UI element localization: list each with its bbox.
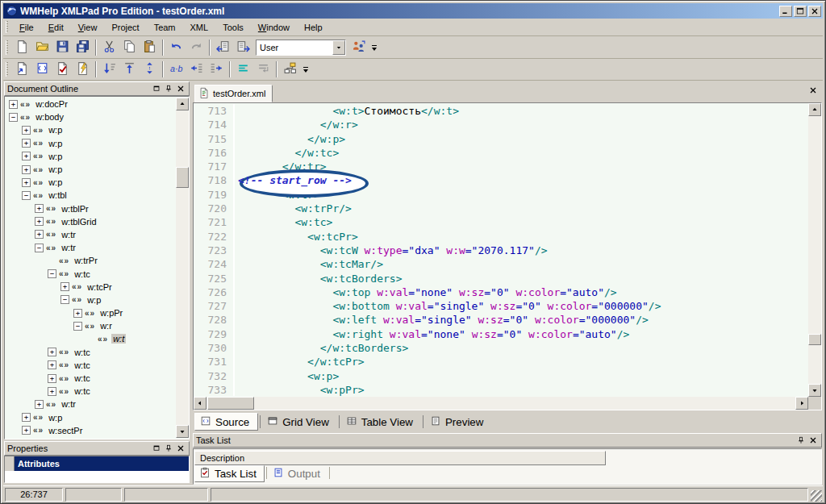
tree-node-label[interactable]: w:trPr — [73, 256, 99, 265]
tree-node-w-t[interactable]: «»w:t — [6, 332, 175, 345]
description-column-header[interactable]: Description — [194, 451, 606, 465]
editor-vertical-scrollbar[interactable] — [808, 103, 821, 397]
scroll-left-button[interactable] — [194, 397, 206, 410]
properties-float-button[interactable] — [151, 444, 162, 454]
expand-icon[interactable]: + — [35, 217, 44, 226]
code-line-732[interactable]: 732 <w:p> — [194, 369, 807, 383]
code-line-727[interactable]: 727 <w:bottom w:val="single" w:sz="0" w:… — [194, 299, 807, 313]
sort-descending-button[interactable] — [100, 60, 119, 78]
toolbar2-grip[interactable] — [6, 62, 8, 77]
word-wrap-button[interactable] — [254, 60, 273, 78]
cut-button[interactable] — [100, 39, 119, 56]
properties-pin-button[interactable] — [163, 444, 174, 454]
code-line-728[interactable]: 728 <w:left w:val="single" w:sz="0" w:co… — [194, 313, 807, 327]
code-line-718[interactable]: 718<!-- start_row --> — [194, 173, 807, 187]
toolbar-options-button[interactable] — [301, 60, 311, 78]
bottom-tab-task-list[interactable]: Task List — [194, 465, 265, 482]
tree-node-w-p[interactable]: −«»w:p — [6, 294, 175, 306]
tree-node-w-p[interactable]: +«»w:p — [6, 176, 175, 189]
tree-node-label[interactable]: w:tr — [60, 243, 77, 252]
view-tab-table-view[interactable]: Table View — [341, 413, 421, 431]
tree-node-label[interactable]: w:tc — [73, 373, 92, 383]
expand-icon[interactable]: + — [22, 426, 31, 435]
bottom-tab-output[interactable]: Output — [269, 465, 327, 482]
tasklist-pin-button[interactable] — [795, 435, 807, 446]
properties-attributes-row[interactable]: Attributes — [15, 456, 189, 471]
quick-validate-button[interactable] — [73, 60, 92, 78]
editor-horizontal-scrollbar[interactable] — [194, 397, 808, 410]
tree-node-w-p[interactable]: +«»w:p — [6, 163, 175, 176]
code-line-726[interactable]: 726 <w:top w:val="none" w:sz="0" w:color… — [194, 285, 807, 299]
app-icon[interactable] — [6, 5, 18, 17]
menu-edit[interactable]: Edit — [41, 20, 71, 35]
collapse-icon[interactable]: − — [48, 269, 56, 278]
menu-tools[interactable]: Tools — [215, 20, 251, 35]
tree-node-w-p[interactable]: +«»w:p — [6, 137, 175, 150]
tree-node-w-p[interactable]: +«»w:p — [6, 150, 175, 163]
dropdown-arrow-icon[interactable] — [332, 40, 345, 55]
tree-node-label[interactable]: w:p — [47, 139, 64, 148]
tree-node-label[interactable]: w:p — [47, 413, 64, 423]
save-all-button[interactable] — [73, 39, 92, 56]
code-line-714[interactable]: 714 </w:r> — [194, 118, 807, 131]
find-replace-button[interactable]: a·b — [167, 60, 186, 78]
collapse-icon[interactable]: − — [73, 322, 82, 331]
copy-button[interactable] — [120, 39, 139, 56]
undo-button[interactable] — [167, 39, 186, 56]
code-line-723[interactable]: 723 <w:tcW w:type="dxa" w:w="2070.117"/> — [194, 244, 807, 257]
code-line-720[interactable]: 720 <w:trPr/> — [194, 202, 807, 215]
switch-user-button[interactable] — [349, 39, 368, 56]
editor-hscroll-thumb[interactable] — [207, 397, 254, 410]
schema-browser-button[interactable] — [281, 60, 299, 78]
tree-node-label[interactable]: w:p — [47, 125, 64, 135]
outline-scrollbar[interactable] — [176, 98, 189, 438]
tree-node-label[interactable]: w:r — [98, 321, 114, 331]
move-to-top-button[interactable] — [120, 60, 139, 78]
scroll-up-button[interactable] — [176, 98, 189, 110]
expand-icon[interactable]: + — [35, 400, 44, 409]
tree-node-w-p[interactable]: +«»w:p — [6, 411, 175, 424]
tree-node-label[interactable]: w:p — [47, 152, 64, 161]
collapse-icon[interactable]: − — [60, 295, 69, 304]
tree-node-w-r[interactable]: −«»w:r — [6, 319, 175, 332]
import-document-button[interactable] — [214, 39, 232, 56]
new-document-button[interactable] — [13, 39, 31, 56]
menu-window[interactable]: Window — [251, 20, 297, 35]
menu-file[interactable]: File — [12, 20, 41, 35]
editor-vscroll-thumb[interactable] — [808, 334, 821, 345]
menu-help[interactable]: Help — [297, 20, 330, 35]
outline-float-button[interactable] — [151, 84, 162, 94]
export-document-button[interactable] — [234, 39, 252, 56]
decrease-indent-button[interactable] — [187, 60, 206, 78]
tree-node-w-tc[interactable]: +«»w:tc — [6, 359, 175, 372]
tree-node-w-tcPr[interactable]: +«»w:tcPr — [6, 281, 175, 294]
document-tab[interactable]: testOrder.xml — [194, 85, 273, 102]
outline-pin-button[interactable] — [163, 84, 174, 94]
tree-node-w-tr[interactable]: +«»w:tr — [6, 228, 175, 241]
expand-icon[interactable]: + — [48, 348, 56, 356]
tree-node-label[interactable]: w:tc — [73, 348, 92, 357]
expand-icon[interactable]: + — [48, 360, 56, 369]
expand-icon[interactable]: + — [22, 152, 31, 160]
menu-view[interactable]: View — [71, 20, 105, 35]
collapse-icon[interactable]: − — [9, 113, 18, 122]
tree-node-w-tr[interactable]: +«»w:tr — [6, 398, 175, 410]
menu-project[interactable]: Project — [104, 20, 146, 35]
code-line-729[interactable]: 729 <w:right w:val="none" w:sz="0" w:col… — [194, 327, 807, 341]
outline-close-button[interactable] — [175, 84, 186, 94]
code-line-721[interactable]: 721 <w:tc> — [194, 215, 807, 229]
tree-node-label[interactable]: w:tbl — [47, 190, 69, 200]
tree-node-label[interactable]: w:tc — [73, 269, 92, 279]
tree-node-w-tc[interactable]: −«»w:tc — [6, 267, 175, 280]
tree-node-label[interactable]: w:sectPr — [47, 426, 84, 435]
code-line-725[interactable]: 725 <w:tcBorders> — [194, 272, 807, 285]
tree-node-w-p[interactable]: +«»w:p — [6, 123, 175, 136]
tree-node-w-trPr[interactable]: «»w:trPr — [6, 254, 175, 267]
tree-node-w-sectPr[interactable]: +«»w:sectPr — [6, 424, 175, 437]
expand-icon[interactable]: + — [22, 126, 31, 135]
toolbar-options-button[interactable] — [369, 39, 379, 56]
minimize-button[interactable] — [779, 6, 792, 17]
code-line-724[interactable]: 724 <w:tcMar/> — [194, 257, 807, 271]
tree-node-w-tc[interactable]: +«»w:tc — [6, 385, 175, 398]
align-elements-button[interactable] — [234, 60, 252, 78]
